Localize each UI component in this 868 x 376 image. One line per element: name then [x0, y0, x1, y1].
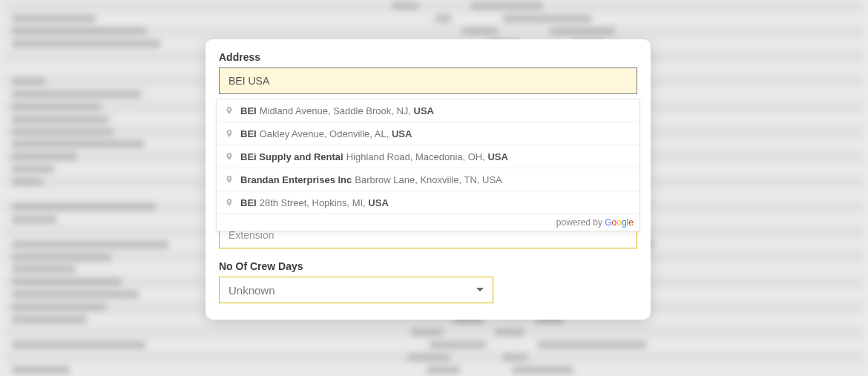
- suggestion-main: Brandan Enterprises Inc: [240, 174, 352, 185]
- crew-days-selected-value: Unknown: [228, 284, 275, 297]
- powered-by-google: powered by Google: [217, 214, 640, 231]
- address-label: Address: [219, 51, 637, 63]
- address-form-card: Address Extension No Of Crew Days Unknow…: [206, 39, 651, 320]
- autocomplete-suggestion[interactable]: BEI Midland Avenue, Saddle Brook, NJ, US…: [217, 99, 640, 122]
- address-input[interactable]: [219, 67, 637, 94]
- suggestion-main: BEi Supply and Rental: [240, 151, 343, 162]
- map-pin-icon: [224, 105, 234, 116]
- autocomplete-suggestion[interactable]: BEI 28th Street, Hopkins, MI, USA: [217, 191, 640, 214]
- suggestion-main: BEI: [240, 128, 257, 139]
- suggestion-secondary: Oakley Avenue, Odenville, AL, USA: [260, 128, 412, 139]
- map-pin-icon: [224, 197, 234, 208]
- autocomplete-suggestion[interactable]: Brandan Enterprises Inc Barbrow Lane, Kn…: [217, 168, 640, 191]
- map-pin-icon: [224, 174, 234, 185]
- suggestion-secondary: Highland Road, Macedonia, OH, USA: [346, 151, 508, 162]
- crew-days-select[interactable]: Unknown: [219, 277, 493, 303]
- address-field-group: Address: [219, 51, 637, 94]
- autocomplete-suggestion[interactable]: BEi Supply and Rental Highland Road, Mac…: [217, 145, 640, 168]
- google-logo: Google: [605, 217, 634, 228]
- suggestion-secondary: Midland Avenue, Saddle Brook, NJ, USA: [260, 105, 434, 116]
- suggestion-secondary: 28th Street, Hopkins, MI, USA: [260, 197, 389, 208]
- suggestion-main: BEI: [240, 197, 257, 208]
- map-pin-icon: [224, 151, 234, 162]
- suggestion-main: BEI: [240, 105, 257, 116]
- crew-days-label: No Of Crew Days: [219, 260, 637, 272]
- suggestion-secondary: Barbrow Lane, Knoxville, TN, USA: [355, 174, 502, 185]
- autocomplete-suggestion[interactable]: BEI Oakley Avenue, Odenville, AL, USA: [217, 122, 640, 145]
- chevron-down-icon: [473, 283, 487, 297]
- crew-days-field-group: No Of Crew Days Unknown: [219, 260, 637, 303]
- address-autocomplete-dropdown: BEI Midland Avenue, Saddle Brook, NJ, US…: [216, 99, 640, 231]
- map-pin-icon: [224, 128, 234, 139]
